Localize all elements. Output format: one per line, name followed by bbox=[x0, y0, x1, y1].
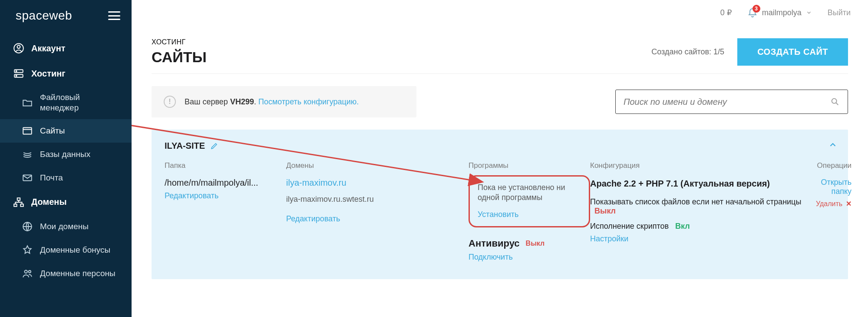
sidebar-item-account[interactable]: Аккаунт bbox=[0, 36, 132, 61]
balance[interactable]: 0 ₽ bbox=[720, 8, 732, 17]
chevron-up-icon[interactable] bbox=[828, 140, 838, 150]
server-info: ! Ваш сервер VH299. Посмотреть конфигура… bbox=[152, 86, 416, 117]
col-label-ops: Операции bbox=[816, 161, 851, 170]
sidebar-item-label: Доменные персоны bbox=[40, 269, 116, 278]
antivirus-connect-link[interactable]: Подключить bbox=[469, 253, 513, 262]
sidebar-item-label: Домены bbox=[31, 197, 67, 207]
sidebar-item-hosting[interactable]: Хостинг bbox=[0, 61, 132, 86]
server-dot: . bbox=[254, 97, 258, 106]
sidebar-item-label: Доменные бонусы bbox=[40, 245, 110, 255]
info-icon: ! bbox=[164, 96, 176, 108]
search-icon bbox=[830, 97, 840, 107]
notif-badge: 3 bbox=[752, 5, 760, 13]
user-icon bbox=[13, 43, 24, 54]
sidebar-item-filemanager[interactable]: Файловый менеджер bbox=[0, 86, 132, 119]
install-link[interactable]: Установить bbox=[478, 210, 518, 219]
sidebar-item-databases[interactable]: Базы данных bbox=[0, 143, 132, 166]
mail-icon bbox=[22, 172, 33, 184]
config-scripts-label: Исполнение скриптов bbox=[590, 222, 669, 230]
notifications[interactable]: 3 mailmpolya bbox=[747, 7, 812, 18]
username: mailmpolya bbox=[762, 8, 802, 17]
domain-main-link[interactable]: ilya-maximov.ru bbox=[286, 178, 347, 187]
sidebar-item-label: Базы данных bbox=[40, 150, 90, 159]
folder-edit-link[interactable]: Редактировать bbox=[165, 191, 218, 200]
svg-point-7 bbox=[16, 75, 17, 76]
config-scripts-state: Вкл bbox=[675, 222, 690, 230]
sidebar-item-sites[interactable]: Сайты bbox=[0, 119, 132, 143]
sidebar-item-label: Сайты bbox=[40, 126, 65, 136]
sidebar-item-label: Мои домены bbox=[40, 222, 89, 231]
config-showfiles-state: Выкл bbox=[594, 207, 616, 215]
config-scripts: Исполнение скриптов Вкл bbox=[590, 222, 816, 231]
sidebar: spaceweb Аккаунт Хостинг Файловый менедж… bbox=[0, 0, 132, 317]
database-icon bbox=[22, 149, 33, 160]
page-title: САЙТЫ bbox=[152, 49, 207, 66]
breadcrumb: ХОСТИНГ bbox=[152, 38, 207, 46]
server-prefix: Ваш сервер bbox=[185, 97, 230, 106]
svg-point-6 bbox=[16, 71, 17, 72]
users-icon bbox=[22, 268, 33, 279]
svg-rect-12 bbox=[14, 204, 17, 206]
svg-rect-13 bbox=[20, 204, 23, 206]
delete-row[interactable]: Удалить ✕ bbox=[816, 200, 851, 208]
search-input[interactable] bbox=[624, 97, 830, 107]
domains-edit-link[interactable]: Редактировать bbox=[286, 214, 340, 224]
sidebar-item-domains[interactable]: Домены bbox=[0, 190, 132, 215]
create-site-button[interactable]: СОЗДАТЬ САЙТ bbox=[737, 38, 848, 66]
search-box[interactable] bbox=[615, 90, 848, 114]
sitemap-icon bbox=[13, 197, 24, 208]
col-label-programs: Программы bbox=[469, 161, 590, 170]
server-icon bbox=[13, 68, 24, 79]
sidebar-item-mail[interactable]: Почта bbox=[0, 166, 132, 190]
col-folder: Папка /home/m/mailmpolya/il... Редактиро… bbox=[165, 161, 286, 200]
col-label-config: Конфигурация bbox=[590, 161, 816, 170]
folder-path: /home/m/mailmpolya/il... bbox=[165, 178, 286, 188]
config-showfiles-label: Показывать список файлов если нет началь… bbox=[590, 197, 801, 206]
svg-rect-8 bbox=[23, 127, 32, 134]
col-domains: Домены ilya-maximov.ru ilya-maximov.ru.s… bbox=[286, 161, 469, 224]
site-name: ILYA-SITE bbox=[165, 141, 205, 151]
divider bbox=[152, 73, 848, 74]
site-columns: Папка /home/m/mailmpolya/il... Редактиро… bbox=[165, 161, 835, 262]
svg-point-3 bbox=[17, 45, 20, 48]
domain-sub: ilya-maximov.ru.swtest.ru bbox=[286, 195, 469, 204]
config-stack: Apache 2.2 + PHP 7.1 (Актуальная версия) bbox=[590, 178, 816, 190]
top-header: 0 ₽ 3 mailmpolya Выйти bbox=[132, 0, 868, 25]
svg-point-16 bbox=[29, 270, 31, 273]
col-label-folder: Папка bbox=[165, 161, 286, 170]
col-label-domains: Домены bbox=[286, 161, 469, 170]
site-block: ILYA-SITE Папка /home/m/mailmpolya/il...… bbox=[152, 130, 848, 279]
svg-line-18 bbox=[836, 103, 838, 105]
svg-point-15 bbox=[25, 270, 28, 273]
sites-count: Создано сайтов: 1/5 bbox=[651, 47, 724, 57]
main: ХОСТИНГ САЙТЫ Создано сайтов: 1/5 СОЗДАТ… bbox=[132, 25, 868, 317]
sidebar-item-domainpersons[interactable]: Доменные персоны bbox=[0, 262, 132, 285]
server-info-text: Ваш сервер VH299. Посмотреть конфигураци… bbox=[185, 97, 359, 107]
sidebar-item-label: Почта bbox=[40, 173, 63, 183]
logout-link[interactable]: Выйти bbox=[828, 8, 851, 17]
sidebar-item-mydomains[interactable]: Мои домены bbox=[0, 215, 132, 238]
logo-text: spaceweb bbox=[16, 9, 72, 23]
server-name: VH299 bbox=[230, 97, 254, 106]
config-settings-link[interactable]: Настройки bbox=[590, 234, 628, 244]
programs-highlight-box: Пока не установлено ни одной программы У… bbox=[469, 175, 590, 227]
hamburger-icon[interactable] bbox=[108, 11, 120, 20]
pencil-icon[interactable] bbox=[210, 142, 218, 150]
sidebar-item-label: Аккаунт bbox=[31, 43, 66, 53]
svg-point-17 bbox=[832, 99, 837, 103]
server-config-link[interactable]: Посмотреть конфигурацию. bbox=[258, 97, 359, 106]
logo[interactable]: spaceweb bbox=[11, 9, 72, 23]
svg-rect-11 bbox=[17, 198, 20, 200]
antivirus-row: Антивирус Выкл bbox=[469, 238, 590, 249]
open-folder-link[interactable]: Открыть папку bbox=[816, 178, 851, 196]
antivirus-label: Антивирус bbox=[469, 238, 520, 249]
sidebar-item-label: Хостинг bbox=[31, 69, 66, 79]
delete-link[interactable]: Удалить bbox=[816, 200, 842, 208]
sidebar-item-domainbonus[interactable]: Доменные бонусы bbox=[0, 238, 132, 262]
window-icon bbox=[22, 125, 33, 137]
star-icon bbox=[22, 244, 33, 256]
sidebar-item-label: Файловый менеджер bbox=[40, 92, 119, 113]
col-ops: Операции Открыть папку Удалить ✕ bbox=[816, 161, 851, 208]
sidebar-top: spaceweb bbox=[0, 0, 132, 36]
col-config: Конфигурация Apache 2.2 + PHP 7.1 (Актуа… bbox=[590, 161, 816, 244]
